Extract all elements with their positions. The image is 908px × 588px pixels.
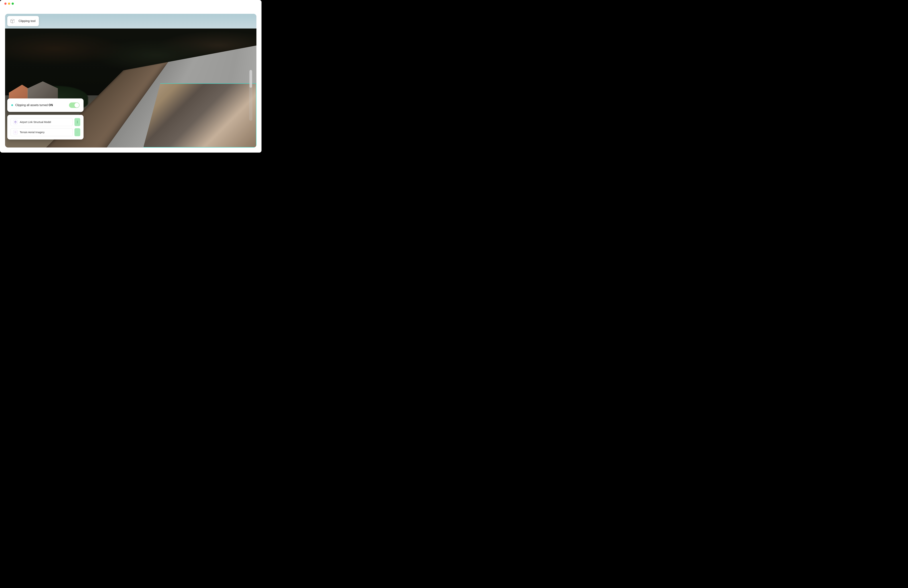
clipping-status-text: Clipping all assets turned ON	[15, 103, 53, 107]
asset-row: Airport Link Structual Model	[11, 118, 80, 126]
svg-point-9	[14, 133, 15, 133]
svg-point-11	[16, 133, 16, 133]
asset-row: Terrain Aerial Imagery	[11, 128, 80, 136]
viewport-scrollbar-thumb[interactable]	[250, 70, 252, 88]
asset-more-button[interactable]	[74, 128, 80, 136]
clipping-status: Clipping all assets turned ON	[11, 103, 53, 107]
close-window-button[interactable]	[4, 3, 6, 5]
scene-ground-clipped	[143, 84, 256, 148]
svg-point-10	[15, 133, 16, 133]
window-controls	[4, 3, 14, 5]
maximize-window-button[interactable]	[11, 3, 14, 5]
more-vertical-icon	[77, 121, 78, 123]
toggle-knob	[74, 103, 79, 108]
app-window: Clipping tool Clipping all assets turned…	[0, 0, 261, 153]
asset-label: Terrain Aerial Imagery	[20, 131, 45, 134]
svg-point-2	[77, 123, 78, 123]
svg-point-3	[14, 131, 15, 132]
minimize-window-button[interactable]	[8, 3, 10, 5]
viewport-scrollbar[interactable]	[249, 70, 253, 121]
active-tool-chip[interactable]: Clipping tool	[7, 16, 39, 26]
svg-point-1	[77, 122, 78, 122]
svg-point-8	[16, 132, 16, 132]
svg-point-6	[14, 132, 15, 132]
clipping-status-panel: Clipping all assets turned ON	[7, 98, 84, 112]
more-vertical-icon	[77, 131, 78, 134]
svg-point-0	[77, 121, 78, 121]
svg-point-5	[16, 131, 16, 132]
svg-point-7	[15, 132, 16, 132]
asset-more-button[interactable]	[74, 118, 80, 126]
asset-item[interactable]: Terrain Aerial Imagery	[11, 128, 72, 136]
scene-sky	[5, 14, 256, 30]
asset-item[interactable]: Airport Link Structual Model	[11, 118, 72, 126]
cube-icon	[13, 120, 18, 124]
grid-icon	[13, 130, 18, 134]
asset-label: Airport Link Structual Model	[20, 121, 51, 124]
clipping-tool-icon	[10, 18, 16, 24]
active-tool-label: Clipping tool	[19, 19, 35, 23]
svg-point-4	[15, 131, 16, 132]
clipping-toggle[interactable]	[69, 102, 79, 108]
status-indicator-dot	[11, 104, 13, 106]
assets-panel: Airport Link Structual Model	[7, 115, 84, 140]
titlebar	[0, 0, 261, 7]
